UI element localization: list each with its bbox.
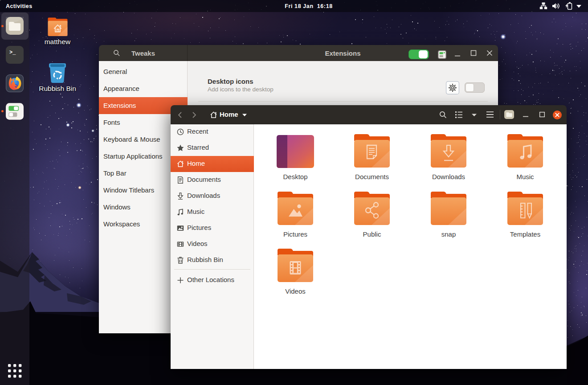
svg-text:>_: >_ [9,49,16,56]
